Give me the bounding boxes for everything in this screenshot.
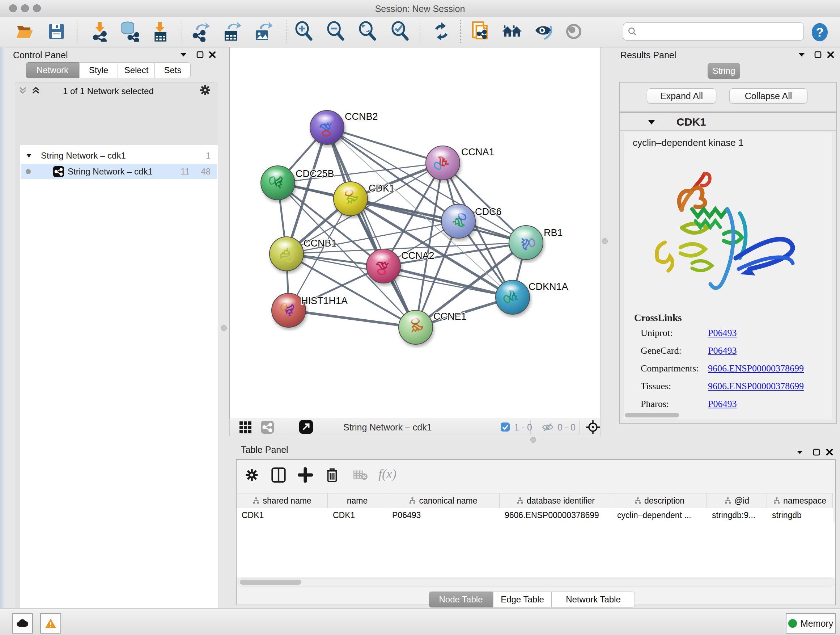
control-panel-close-icon[interactable] <box>208 51 216 59</box>
collapse-all-tree-icon[interactable] <box>31 86 41 95</box>
table-function-builder[interactable]: f(x) <box>378 466 396 481</box>
bottom-splitter-handle[interactable] <box>531 437 536 443</box>
node-CCNA1[interactable] <box>426 146 460 180</box>
table-panel-menu-icon[interactable] <box>796 449 804 455</box>
memory-button[interactable]: Memory <box>786 613 836 633</box>
network-row[interactable]: String Network – cdk1 11 48 <box>21 164 217 179</box>
help-button[interactable]: ? <box>810 22 830 43</box>
edge-HIST1H1A-CCNE1[interactable] <box>289 310 416 327</box>
table-gear-icon[interactable] <box>242 465 262 485</box>
tab-network[interactable]: Network <box>26 62 79 78</box>
crosslink-value-link[interactable]: 9606.ENSP00000378699 <box>708 381 804 392</box>
fit-content-button[interactable] <box>357 21 378 42</box>
tab-style[interactable]: Style <box>79 62 118 78</box>
tab-sets[interactable]: Sets <box>155 62 191 78</box>
import-table-button[interactable] <box>150 21 170 42</box>
table-panel-close-icon[interactable] <box>826 448 834 456</box>
node-CDC6[interactable] <box>441 204 475 238</box>
cell-shared-name[interactable]: CDK1 <box>237 508 328 523</box>
search-input[interactable] <box>637 26 794 37</box>
results-panel-menu-icon[interactable] <box>798 51 806 58</box>
birdseye-grid-icon[interactable] <box>239 421 252 433</box>
home-networks-button[interactable] <box>501 21 522 42</box>
table-hscroll[interactable] <box>238 578 834 586</box>
warning-button[interactable] <box>40 613 61 633</box>
cloud-button[interactable] <box>12 613 33 633</box>
tab-network-table[interactable]: Network Table <box>552 592 635 608</box>
hide-show-glasses-icon[interactable] <box>533 21 554 42</box>
tree-expander-icon[interactable] <box>26 153 33 158</box>
cell-description[interactable]: cyclin–dependent ... <box>612 508 707 523</box>
network-options-gear-icon[interactable] <box>199 84 211 96</box>
node-CDC25B[interactable] <box>261 166 295 200</box>
zoom-out-button[interactable] <box>325 21 346 42</box>
import-network-from-database-button[interactable] <box>119 21 140 42</box>
clone-network-button[interactable] <box>470 21 491 42</box>
results-panel-close-icon[interactable] <box>827 51 835 59</box>
column-header-canonical-name[interactable]: canonical name <box>387 494 500 508</box>
save-session-button[interactable] <box>46 21 66 42</box>
column-header-shared-name[interactable]: shared name <box>237 494 328 508</box>
open-session-button[interactable] <box>14 21 35 42</box>
cell-namespace[interactable]: stringdb <box>767 508 833 523</box>
tab-select[interactable]: Select <box>118 62 155 78</box>
zoom-in-button[interactable] <box>294 21 314 42</box>
export-network-button[interactable] <box>191 21 211 42</box>
tab-edge-table[interactable]: Edge Table <box>493 592 552 608</box>
cdk1-header-row[interactable]: CDK1 <box>620 113 836 131</box>
refresh-button[interactable] <box>431 21 452 42</box>
table-columns-icon[interactable] <box>268 465 289 485</box>
network-canvas[interactable]: CCNB2CCNA1CDC25BCDK1CDC6RB1CCNB1CCNA2CDK… <box>229 47 601 419</box>
column-header-name[interactable]: name <box>328 494 387 508</box>
selected-checkbox-icon[interactable] <box>500 422 510 432</box>
export-table-button[interactable] <box>221 21 242 42</box>
table-hscroll-thumb[interactable] <box>240 580 302 585</box>
import-network-button[interactable] <box>90 21 110 42</box>
node-CDK1[interactable] <box>333 182 368 216</box>
left-splitter-handle[interactable] <box>221 325 227 331</box>
node-CCNB1[interactable] <box>270 237 303 271</box>
cell-canonical-name[interactable]: P06493 <box>387 508 500 523</box>
tab-string[interactable]: String <box>707 63 740 79</box>
collapse-all-button[interactable]: Collapse All <box>729 88 807 103</box>
show-eye-icon[interactable] <box>564 21 584 42</box>
table-row[interactable]: CDK1CDK1P064939606.ENSP00000378699cyclin… <box>237 508 833 523</box>
edge-CCNB2-CCNA1[interactable] <box>327 127 443 163</box>
fit-selected-crosshair-icon[interactable] <box>585 419 601 435</box>
crosslink-value-link[interactable]: P06493 <box>708 345 737 356</box>
results-panel-float-icon[interactable] <box>814 51 822 59</box>
column-header-database-identifier[interactable]: database identifier <box>500 494 612 508</box>
open-in-window-icon[interactable] <box>299 420 313 434</box>
table-panel-float-icon[interactable] <box>813 448 821 456</box>
cdk1-collapse-icon[interactable] <box>647 119 655 125</box>
crosslink-value-link[interactable]: P06493 <box>708 399 737 409</box>
cell-@id[interactable]: stringdb:9... <box>707 508 767 523</box>
control-panel-float-icon[interactable] <box>196 51 204 59</box>
column-header-description[interactable]: description <box>612 494 707 508</box>
crosslink-value-link[interactable]: P06493 <box>708 328 737 339</box>
network-share-icon[interactable] <box>261 421 274 434</box>
table-body[interactable] <box>237 523 835 577</box>
node-HIST1H1A[interactable] <box>272 293 306 327</box>
expand-all-button[interactable]: Expand All <box>647 88 716 103</box>
column-header-namespace[interactable]: namespace <box>767 494 833 508</box>
cell-name[interactable]: CDK1 <box>328 508 387 523</box>
network-collection-row[interactable]: String Network – cdk1 1 <box>21 148 217 163</box>
expand-all-tree-icon[interactable] <box>18 86 27 95</box>
node-CDKN1A[interactable] <box>496 280 530 314</box>
node-RB1[interactable] <box>509 226 543 260</box>
cell-database-identifier[interactable]: 9606.ENSP00000378699 <box>500 508 612 523</box>
tab-node-table[interactable]: Node Table <box>429 592 493 608</box>
right-splitter-handle[interactable] <box>602 238 608 244</box>
node-CCNB2[interactable] <box>310 111 344 144</box>
table-delete-icon[interactable] <box>322 465 342 485</box>
zoom-selected-button[interactable] <box>390 21 410 42</box>
node-CCNA2[interactable] <box>366 249 401 283</box>
results-hscroll-thumb[interactable] <box>625 413 679 417</box>
table-add-icon[interactable] <box>295 465 316 485</box>
column-header-@id[interactable]: @id <box>707 494 767 508</box>
crosslink-value-link[interactable]: 9606.ENSP00000378699 <box>708 363 804 374</box>
table-remove-column-icon[interactable] <box>350 465 370 485</box>
node-CCNE1[interactable] <box>399 310 433 344</box>
hidden-eye-slash-icon[interactable] <box>542 422 554 432</box>
